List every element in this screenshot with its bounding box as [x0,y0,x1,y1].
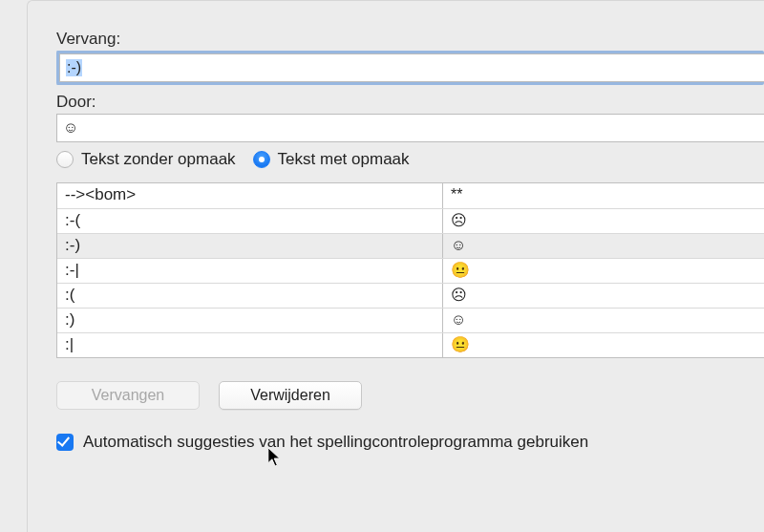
table-cell-to: ** [443,183,764,208]
radio-formatted-label: Tekst met opmaak [278,150,410,169]
table-row[interactable]: :|😐 [57,332,764,357]
replace-input-selection: :-) [66,59,82,76]
table-cell-to: ☹ [443,284,764,308]
format-radio-group: Tekst zonder opmaak Tekst met opmaak [56,150,764,169]
with-label: Door: [56,93,764,112]
table-cell-from: :-) [57,234,443,258]
table-cell-from: :-| [57,259,443,283]
auto-suggest-row[interactable]: Automatisch suggesties van het spellingc… [56,433,764,452]
table-row[interactable]: :)☺ [57,308,764,332]
table-cell-from: --><bom> [57,183,443,208]
table-row[interactable]: :-|😐 [57,258,764,283]
table-cell-from: :-( [57,209,443,233]
table-cell-from: :( [57,284,443,308]
with-input[interactable]: ☺ [56,114,764,142]
radio-icon [56,151,74,168]
replacements-table[interactable]: --><bom>**:-(☹:-)☺:-|😐:(☹:)☺:|😐 [56,182,764,358]
table-row[interactable]: :-(☹ [57,208,764,233]
table-row[interactable]: :(☹ [57,283,764,308]
autocorrect-panel: Vervang: :-) Door: ☺ Tekst zonder opmaak… [27,0,764,532]
replace-button[interactable]: Vervangen [56,381,200,410]
replace-label: Vervang: [56,30,764,49]
button-row: Vervangen Verwijderen [56,381,764,410]
table-cell-to: 😐 [443,333,764,357]
table-cell-to: ☺ [443,309,764,332]
radio-formatted-text[interactable]: Tekst met opmaak [253,150,410,169]
table-row[interactable]: --><bom>** [57,183,764,208]
table-cell-from: :) [57,309,443,332]
table-cell-to: ☺ [443,234,764,258]
table-cell-from: :| [57,333,443,357]
table-row[interactable]: :-)☺ [57,233,764,258]
radio-plain-label: Tekst zonder opmaak [81,150,236,169]
replace-input-wrap: :-) [56,51,764,85]
table-cell-to: ☹ [443,209,764,233]
auto-suggest-label: Automatisch suggesties van het spellingc… [83,433,588,452]
with-input-value: ☺ [63,119,78,137]
table-cell-to: 😐 [443,259,764,283]
delete-button[interactable]: Verwijderen [219,381,362,410]
checkbox-icon[interactable] [56,434,74,451]
radio-icon [253,151,270,168]
radio-plain-text[interactable]: Tekst zonder opmaak [56,150,236,169]
replace-input[interactable]: :-) [59,53,764,82]
